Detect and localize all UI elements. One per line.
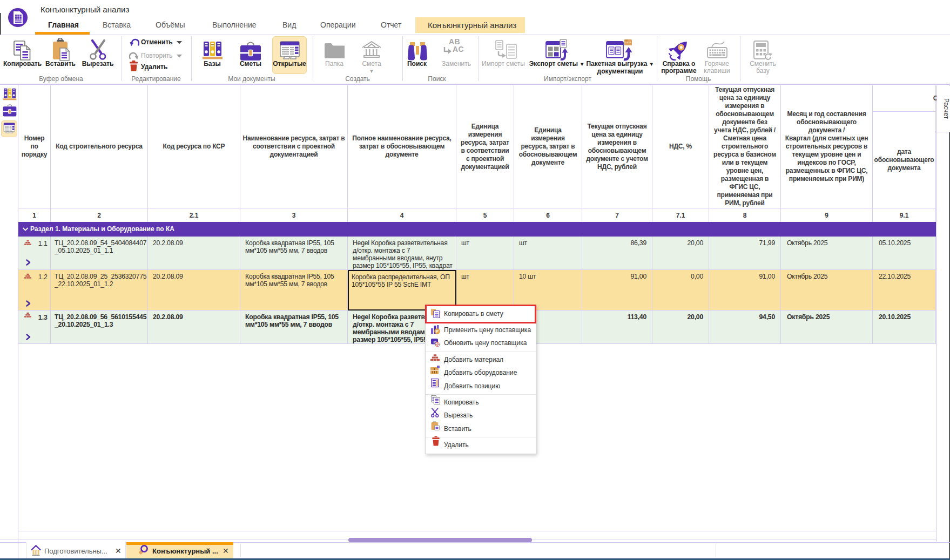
svg-text:P: P bbox=[436, 329, 439, 334]
